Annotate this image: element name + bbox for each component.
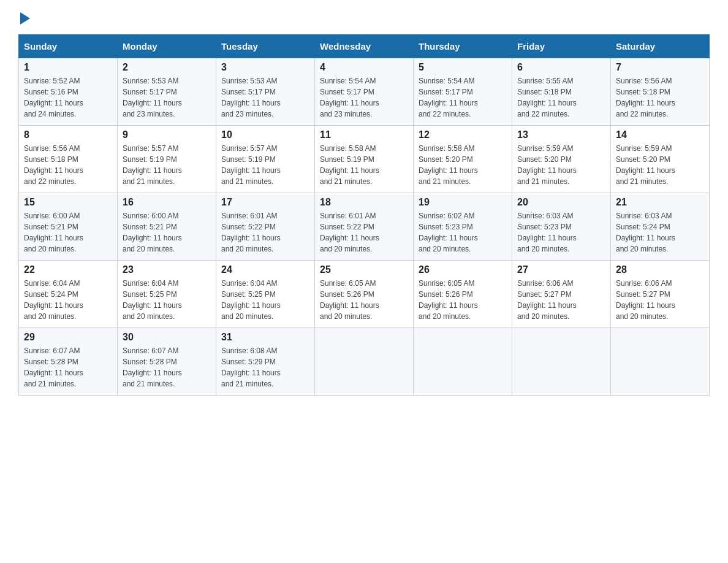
day-info: Sunrise: 5:54 AMSunset: 5:17 PMDaylight:… xyxy=(320,75,408,120)
day-number: 13 xyxy=(517,129,605,140)
day-number: 19 xyxy=(419,197,507,208)
calendar-cell: 11Sunrise: 5:58 AMSunset: 5:19 PMDayligh… xyxy=(315,126,414,193)
weekday-header-sunday: Sunday xyxy=(19,35,118,58)
calendar-cell: 26Sunrise: 6:05 AMSunset: 5:26 PMDayligh… xyxy=(414,261,512,328)
day-number: 27 xyxy=(517,264,605,275)
day-info: Sunrise: 6:00 AMSunset: 5:21 PMDaylight:… xyxy=(123,210,211,255)
day-info: Sunrise: 6:04 AMSunset: 5:24 PMDaylight:… xyxy=(24,278,112,322)
day-info: Sunrise: 6:01 AMSunset: 5:22 PMDaylight:… xyxy=(221,210,309,255)
day-info: Sunrise: 5:57 AMSunset: 5:19 PMDaylight:… xyxy=(123,143,211,187)
day-number: 7 xyxy=(616,62,704,73)
day-info: Sunrise: 6:05 AMSunset: 5:26 PMDaylight:… xyxy=(419,278,507,322)
day-number: 4 xyxy=(320,62,408,73)
day-info: Sunrise: 6:03 AMSunset: 5:23 PMDaylight:… xyxy=(517,210,605,255)
day-number: 12 xyxy=(419,129,507,140)
day-number: 24 xyxy=(221,264,309,275)
calendar-cell: 17Sunrise: 6:01 AMSunset: 5:22 PMDayligh… xyxy=(216,193,315,261)
day-number: 9 xyxy=(123,129,211,140)
calendar-cell: 20Sunrise: 6:03 AMSunset: 5:23 PMDayligh… xyxy=(512,193,611,261)
calendar-cell: 6Sunrise: 5:55 AMSunset: 5:18 PMDaylight… xyxy=(512,58,611,126)
day-number: 20 xyxy=(517,197,605,208)
day-info: Sunrise: 5:52 AMSunset: 5:16 PMDaylight:… xyxy=(24,75,112,120)
calendar-cell: 24Sunrise: 6:04 AMSunset: 5:25 PMDayligh… xyxy=(216,261,315,328)
day-info: Sunrise: 5:56 AMSunset: 5:18 PMDaylight:… xyxy=(24,143,112,187)
day-info: Sunrise: 6:08 AMSunset: 5:29 PMDaylight:… xyxy=(221,345,309,389)
day-number: 3 xyxy=(221,62,309,73)
day-number: 8 xyxy=(24,129,112,140)
day-info: Sunrise: 5:58 AMSunset: 5:19 PMDaylight:… xyxy=(320,143,408,187)
calendar-cell: 13Sunrise: 5:59 AMSunset: 5:20 PMDayligh… xyxy=(512,126,611,193)
calendar-cell: 8Sunrise: 5:56 AMSunset: 5:18 PMDaylight… xyxy=(19,126,118,193)
day-number: 1 xyxy=(24,62,112,73)
day-number: 29 xyxy=(24,332,112,343)
day-number: 28 xyxy=(616,264,704,275)
logo xyxy=(18,12,30,23)
day-number: 10 xyxy=(221,129,309,140)
day-info: Sunrise: 6:01 AMSunset: 5:22 PMDaylight:… xyxy=(320,210,408,255)
calendar-cell: 9Sunrise: 5:57 AMSunset: 5:19 PMDaylight… xyxy=(118,126,216,193)
calendar-week-2: 8Sunrise: 5:56 AMSunset: 5:18 PMDaylight… xyxy=(19,126,710,193)
calendar-week-4: 22Sunrise: 6:04 AMSunset: 5:24 PMDayligh… xyxy=(19,261,710,328)
calendar-cell xyxy=(414,328,512,396)
logo-general-text xyxy=(18,12,30,23)
day-info: Sunrise: 6:04 AMSunset: 5:25 PMDaylight:… xyxy=(221,278,309,322)
day-info: Sunrise: 5:54 AMSunset: 5:17 PMDaylight:… xyxy=(419,75,507,120)
calendar-cell: 30Sunrise: 6:07 AMSunset: 5:28 PMDayligh… xyxy=(118,328,216,396)
weekday-header-saturday: Saturday xyxy=(611,35,710,58)
calendar-cell: 15Sunrise: 6:00 AMSunset: 5:21 PMDayligh… xyxy=(19,193,118,261)
day-number: 15 xyxy=(24,197,112,208)
weekday-header-monday: Monday xyxy=(118,35,216,58)
calendar-cell: 3Sunrise: 5:53 AMSunset: 5:17 PMDaylight… xyxy=(216,58,315,126)
calendar-cell: 19Sunrise: 6:02 AMSunset: 5:23 PMDayligh… xyxy=(414,193,512,261)
day-info: Sunrise: 5:56 AMSunset: 5:18 PMDaylight:… xyxy=(616,75,704,120)
day-info: Sunrise: 6:02 AMSunset: 5:23 PMDaylight:… xyxy=(419,210,507,255)
day-info: Sunrise: 5:53 AMSunset: 5:17 PMDaylight:… xyxy=(221,75,309,120)
calendar-cell: 27Sunrise: 6:06 AMSunset: 5:27 PMDayligh… xyxy=(512,261,611,328)
day-info: Sunrise: 6:07 AMSunset: 5:28 PMDaylight:… xyxy=(123,345,211,389)
calendar-cell: 22Sunrise: 6:04 AMSunset: 5:24 PMDayligh… xyxy=(19,261,118,328)
day-info: Sunrise: 6:05 AMSunset: 5:26 PMDaylight:… xyxy=(320,278,408,322)
day-number: 30 xyxy=(123,332,211,343)
day-number: 31 xyxy=(221,332,309,343)
calendar-cell: 29Sunrise: 6:07 AMSunset: 5:28 PMDayligh… xyxy=(19,328,118,396)
day-info: Sunrise: 5:58 AMSunset: 5:20 PMDaylight:… xyxy=(419,143,507,187)
calendar-cell: 12Sunrise: 5:58 AMSunset: 5:20 PMDayligh… xyxy=(414,126,512,193)
day-number: 2 xyxy=(123,62,211,73)
weekday-header-thursday: Thursday xyxy=(414,35,512,58)
calendar-week-5: 29Sunrise: 6:07 AMSunset: 5:28 PMDayligh… xyxy=(19,328,710,396)
calendar-cell xyxy=(611,328,710,396)
calendar-cell: 21Sunrise: 6:03 AMSunset: 5:24 PMDayligh… xyxy=(611,193,710,261)
day-number: 22 xyxy=(24,264,112,275)
calendar-cell: 23Sunrise: 6:04 AMSunset: 5:25 PMDayligh… xyxy=(118,261,216,328)
calendar-cell: 1Sunrise: 5:52 AMSunset: 5:16 PMDaylight… xyxy=(19,58,118,126)
day-info: Sunrise: 5:59 AMSunset: 5:20 PMDaylight:… xyxy=(616,143,704,187)
calendar-cell xyxy=(512,328,611,396)
day-number: 5 xyxy=(419,62,507,73)
day-info: Sunrise: 6:07 AMSunset: 5:28 PMDaylight:… xyxy=(24,345,112,389)
day-number: 6 xyxy=(517,62,605,73)
calendar-cell: 16Sunrise: 6:00 AMSunset: 5:21 PMDayligh… xyxy=(118,193,216,261)
day-info: Sunrise: 6:06 AMSunset: 5:27 PMDaylight:… xyxy=(616,278,704,322)
calendar-cell xyxy=(315,328,414,396)
page-header xyxy=(18,12,710,23)
day-number: 14 xyxy=(616,129,704,140)
weekday-header-wednesday: Wednesday xyxy=(315,35,414,58)
day-info: Sunrise: 6:06 AMSunset: 5:27 PMDaylight:… xyxy=(517,278,605,322)
weekday-header-friday: Friday xyxy=(512,35,611,58)
day-number: 18 xyxy=(320,197,408,208)
day-number: 25 xyxy=(320,264,408,275)
calendar-cell: 4Sunrise: 5:54 AMSunset: 5:17 PMDaylight… xyxy=(315,58,414,126)
calendar-cell: 31Sunrise: 6:08 AMSunset: 5:29 PMDayligh… xyxy=(216,328,315,396)
day-number: 17 xyxy=(221,197,309,208)
day-number: 23 xyxy=(123,264,211,275)
calendar-cell: 25Sunrise: 6:05 AMSunset: 5:26 PMDayligh… xyxy=(315,261,414,328)
day-info: Sunrise: 5:53 AMSunset: 5:17 PMDaylight:… xyxy=(123,75,211,120)
day-number: 16 xyxy=(123,197,211,208)
day-info: Sunrise: 5:59 AMSunset: 5:20 PMDaylight:… xyxy=(517,143,605,187)
calendar-cell: 7Sunrise: 5:56 AMSunset: 5:18 PMDaylight… xyxy=(611,58,710,126)
weekday-header-tuesday: Tuesday xyxy=(216,35,315,58)
day-number: 26 xyxy=(419,264,507,275)
day-number: 11 xyxy=(320,129,408,140)
calendar-cell: 2Sunrise: 5:53 AMSunset: 5:17 PMDaylight… xyxy=(118,58,216,126)
day-info: Sunrise: 6:04 AMSunset: 5:25 PMDaylight:… xyxy=(123,278,211,322)
